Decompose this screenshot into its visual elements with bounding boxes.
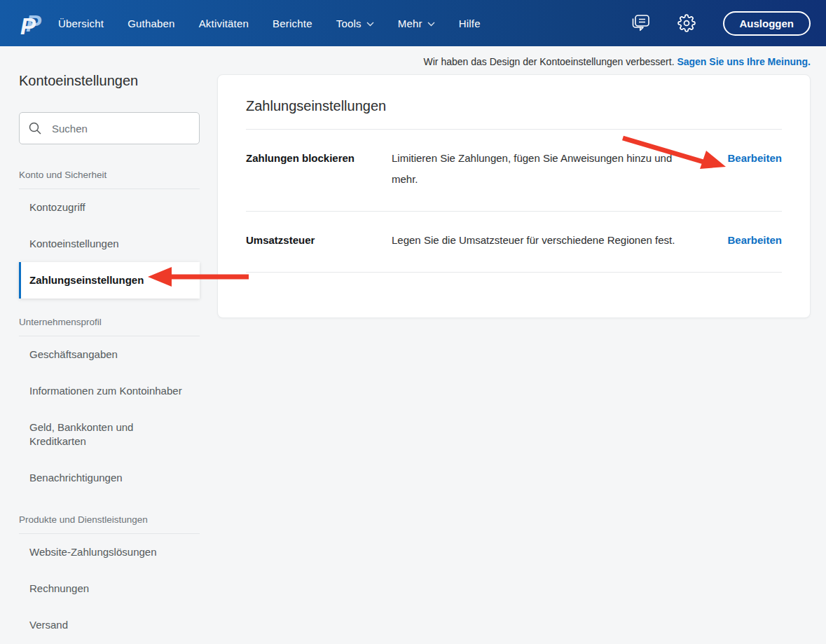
sidebar-item-versand[interactable]: Versand	[19, 607, 200, 643]
sidebar-item-informationen-zum-kontoinhaber[interactable]: Informationen zum Kontoinhaber	[19, 373, 200, 409]
section-header-unternehmensprofil: Unternehmensprofil	[19, 317, 200, 336]
sidebar-item-geld-bankkonten-kreditkarten[interactable]: Geld, Bankkonten und Kreditkarten	[19, 409, 200, 460]
sidebar-search[interactable]	[19, 112, 200, 144]
nav-item-label: Mehr	[398, 18, 422, 29]
nav-item-aktivitaeten[interactable]: Aktivitäten	[199, 18, 249, 29]
gear-icon[interactable]	[677, 14, 696, 32]
card-title: Zahlungseinstellungen	[246, 75, 782, 130]
sidebar-item-rechnungen[interactable]: Rechnungen	[19, 570, 200, 607]
page-title: Kontoeinstellungen	[19, 73, 200, 89]
sidebar-item-geschaeftsangaben[interactable]: Geschäftsangaben	[19, 336, 200, 373]
messages-icon[interactable]	[631, 14, 650, 32]
bearbeiten-link-umsatzsteuer[interactable]: Bearbeiten	[727, 233, 782, 248]
sidebar-item-label: Kontoeinstellungen	[29, 237, 119, 251]
nav-item-hilfe[interactable]: Hilfe	[459, 18, 481, 29]
feedback-link[interactable]: Sagen Sie uns Ihre Meinung.	[677, 56, 811, 67]
nav-item-label: Übersicht	[58, 18, 104, 29]
sidebar-item-label: Zahlungseinstellungen	[29, 273, 144, 287]
sidebar-item-label: Rechnungen	[29, 582, 89, 596]
nav-item-guthaben[interactable]: Guthaben	[128, 18, 175, 29]
settings-row-zahlungen-blockieren: Zahlungen blockieren Limitieren Sie Zahl…	[246, 130, 782, 212]
sidebar-item-label: Geld, Bankkonten und Kreditkarten	[29, 420, 186, 448]
settings-sidebar: Kontoeinstellungen Konto und Sicherheit …	[19, 73, 200, 643]
sidebar-item-kontoeinstellungen[interactable]: Kontoeinstellungen	[19, 226, 200, 262]
sidebar-item-label: Benachrichtigungen	[29, 471, 123, 485]
settings-row-umsatzsteuer: Umsatzsteuer Legen Sie die Umsatzsteuer …	[246, 212, 782, 273]
sidebar-item-kontozugriff[interactable]: Kontozugriff	[19, 189, 200, 226]
nav-item-uebersicht[interactable]: Übersicht	[58, 18, 104, 29]
sidebar-item-label: Website-Zahlungslösungen	[29, 545, 157, 559]
sidebar-item-website-zahlungsloesungen[interactable]: Website-Zahlungslösungen	[19, 534, 200, 570]
sidebar-item-label: Kontozugriff	[29, 200, 85, 214]
logout-button[interactable]: Ausloggen	[723, 11, 811, 36]
row-description: Limitieren Sie Zahlungen, fügen Sie Anwe…	[392, 148, 680, 190]
nav-item-berichte[interactable]: Berichte	[273, 18, 312, 29]
sidebar-item-label: Informationen zum Kontoinhaber	[29, 384, 182, 398]
svg-text:P: P	[20, 13, 36, 39]
nav-item-label: Tools	[336, 18, 362, 29]
paypal-logo-icon[interactable]: P P	[18, 7, 46, 39]
sidebar-item-benachrichtigungen[interactable]: Benachrichtigungen	[19, 460, 200, 496]
nav-item-tools[interactable]: Tools	[336, 18, 374, 29]
notice-text: Wir haben das Design der Kontoeinstellun…	[424, 56, 677, 67]
redesign-notice: Wir haben das Design der Kontoeinstellun…	[424, 56, 811, 67]
navbar-right-controls: Ausloggen	[631, 11, 811, 36]
chevron-down-icon	[427, 22, 435, 27]
zahlungseinstellungen-card: Zahlungseinstellungen Zahlungen blockier…	[217, 74, 811, 318]
row-label: Umsatzsteuer	[246, 233, 392, 248]
nav-item-label: Guthaben	[128, 18, 175, 29]
row-label: Zahlungen blockieren	[246, 151, 392, 166]
sidebar-item-zahlungseinstellungen[interactable]: Zahlungseinstellungen	[19, 262, 200, 299]
nav-item-mehr[interactable]: Mehr	[398, 18, 435, 29]
section-header-konto-und-sicherheit: Konto und Sicherheit	[19, 170, 200, 189]
sidebar-item-label: Versand	[29, 618, 68, 632]
chevron-down-icon	[366, 22, 374, 27]
nav-item-label: Aktivitäten	[199, 18, 249, 29]
nav-item-label: Berichte	[273, 18, 312, 29]
nav-item-label: Hilfe	[459, 18, 481, 29]
primary-nav: Übersicht Guthaben Aktivitäten Berichte …	[58, 18, 481, 29]
search-input[interactable]	[52, 123, 191, 135]
section-header-produkte-und-dienstleistungen: Produkte und Dienstleistungen	[19, 514, 200, 534]
paypal-account-settings-page: P P Übersicht Guthaben Aktivitäten Beric…	[0, 0, 826, 644]
sidebar-item-label: Geschäftsangaben	[29, 348, 118, 362]
bearbeiten-link-zahlungen-blockieren[interactable]: Bearbeiten	[727, 151, 782, 166]
top-navbar: P P Übersicht Guthaben Aktivitäten Beric…	[0, 0, 826, 46]
row-description: Legen Sie die Umsatzsteuer für verschied…	[392, 230, 680, 251]
search-icon	[28, 121, 42, 135]
